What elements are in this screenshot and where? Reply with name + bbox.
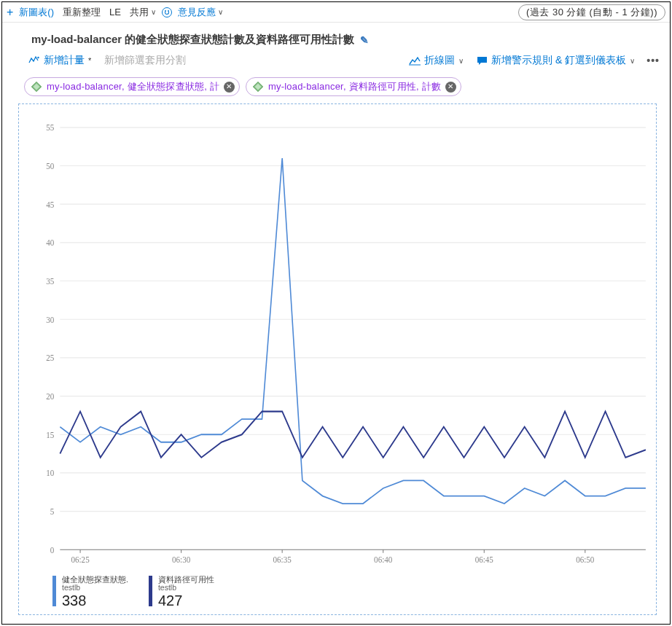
le-label: LE xyxy=(109,7,121,17)
svg-text:06:50: 06:50 xyxy=(576,555,594,566)
legend-item[interactable]: 資料路徑可用性 testlb 427 xyxy=(149,576,214,609)
svg-text:55: 55 xyxy=(46,123,54,133)
le-button[interactable]: LE xyxy=(106,5,124,19)
remove-pill-icon[interactable]: ✕ xyxy=(224,82,235,93)
smiley-icon xyxy=(162,7,172,17)
legend-resource-name: testlb xyxy=(158,584,214,592)
legend-color-swatch xyxy=(149,576,152,606)
legend-color-swatch xyxy=(52,576,56,606)
chart-title: my-load-balancer 的健全狀態探查狀態計數及資料路徑可用性計數 xyxy=(31,33,354,47)
required-star-icon: * xyxy=(88,56,91,65)
svg-text:25: 25 xyxy=(46,353,54,364)
metrics-chart-panel: + 新圖表() 重新整理 LE 共用 ∨ 意見反應 ∨ (過去 30 分鐘 (自… xyxy=(1,1,671,625)
resource-diamond-icon xyxy=(252,81,264,93)
chart-type-label: 折線圖 xyxy=(424,54,455,67)
plus-icon: + xyxy=(7,6,13,19)
chart-action-row: 新增計量 * 新增篩選套用分割 折線圖 ∨ 新增警示規則 & 釘選到儀表板 ∨ … xyxy=(2,50,670,74)
time-range-label: (過去 30 分鐘 (自動 - 1 分鐘)) xyxy=(526,7,657,17)
svg-text:50: 50 xyxy=(46,161,54,171)
metric-pill[interactable]: my-load-balancer, 資料路徑可用性, 計數 ✕ xyxy=(246,77,461,96)
svg-text:30: 30 xyxy=(46,315,54,325)
alert-pin-button[interactable]: 新增警示規則 & 釘選到儀表板 ∨ xyxy=(472,51,639,70)
svg-text:40: 40 xyxy=(46,238,54,249)
metric-pill-label: my-load-balancer, 資料路徑可用性, 計數 xyxy=(268,80,441,93)
svg-point-0 xyxy=(37,57,39,58)
share-button[interactable]: 共用 ∨ xyxy=(127,4,159,20)
share-label: 共用 xyxy=(130,6,149,19)
feedback-button[interactable]: 意見反應 ∨ xyxy=(175,4,226,20)
new-chart-label: 新圖表() xyxy=(19,6,54,19)
svg-text:5: 5 xyxy=(50,507,55,517)
chevron-down-icon: ∨ xyxy=(218,8,223,16)
metric-pill[interactable]: my-load-balancer, 健全狀態探查狀態, 計 ✕ xyxy=(24,77,240,96)
legend-series-value: 427 xyxy=(158,592,214,609)
refresh-label: 重新整理 xyxy=(63,6,101,19)
chart-type-picker[interactable]: 折線圖 ∨ xyxy=(405,51,468,70)
svg-text:06:40: 06:40 xyxy=(374,555,392,566)
svg-text:15: 15 xyxy=(46,430,54,440)
feedback-label: 意見反應 xyxy=(178,6,216,19)
svg-text:06:25: 06:25 xyxy=(71,555,89,566)
svg-text:10: 10 xyxy=(46,469,54,479)
add-metric-button[interactable]: 新增計量 * xyxy=(24,51,95,70)
alert-pin-label: 新增警示規則 & 釘選到儀表板 xyxy=(491,54,626,67)
svg-text:06:30: 06:30 xyxy=(172,555,190,566)
chevron-down-icon: ∨ xyxy=(630,57,635,65)
chart-title-row: my-load-balancer 的健全狀態探查狀態計數及資料路徑可用性計數 ✎ xyxy=(2,23,670,50)
resource-diamond-icon xyxy=(31,81,42,93)
chat-bubble-icon xyxy=(477,56,488,66)
svg-text:35: 35 xyxy=(46,276,54,286)
metric-pill-label: my-load-balancer, 健全狀態探查狀態, 計 xyxy=(47,80,219,93)
legend-resource-name: testlb xyxy=(62,584,128,592)
svg-text:45: 45 xyxy=(46,200,54,210)
chart-plot-area[interactable]: 0510152025303540455055 06:2506:3006:3506… xyxy=(22,111,653,573)
line-chart-icon xyxy=(409,55,421,66)
svg-text:06:35: 06:35 xyxy=(273,555,292,566)
add-metric-label: 新增計量 xyxy=(44,54,85,67)
svg-text:0: 0 xyxy=(50,545,55,555)
top-toolbar: + 新圖表() 重新整理 LE 共用 ∨ 意見反應 ∨ (過去 30 分鐘 (自… xyxy=(2,2,670,23)
chart-container: 0510152025303540455055 06:2506:3006:3506… xyxy=(18,103,657,615)
legend-series-value: 338 xyxy=(62,592,128,609)
time-range-picker[interactable]: (過去 30 分鐘 (自動 - 1 分鐘)) xyxy=(518,4,665,20)
more-actions-button[interactable]: ••• xyxy=(644,55,663,66)
remove-pill-icon[interactable]: ✕ xyxy=(445,82,456,93)
chevron-down-icon: ∨ xyxy=(458,57,464,65)
svg-text:06:45: 06:45 xyxy=(475,555,493,566)
add-filter-placeholder[interactable]: 新增篩選套用分割 xyxy=(100,54,186,67)
edit-title-icon[interactable]: ✎ xyxy=(360,34,369,46)
chevron-down-icon: ∨ xyxy=(151,8,156,16)
metric-pills-row: my-load-balancer, 健全狀態探查狀態, 計 ✕ my-load-… xyxy=(2,74,670,103)
new-chart-button[interactable]: 新圖表() xyxy=(16,4,57,20)
refresh-button[interactable]: 重新整理 xyxy=(60,4,103,20)
metric-sparkle-icon xyxy=(28,55,40,66)
svg-text:20: 20 xyxy=(46,392,54,402)
chart-legend: 健全狀態探查狀態. testlb 338 資料路徑可用性 testlb 427 xyxy=(22,573,653,611)
legend-item[interactable]: 健全狀態探查狀態. testlb 338 xyxy=(52,576,128,609)
